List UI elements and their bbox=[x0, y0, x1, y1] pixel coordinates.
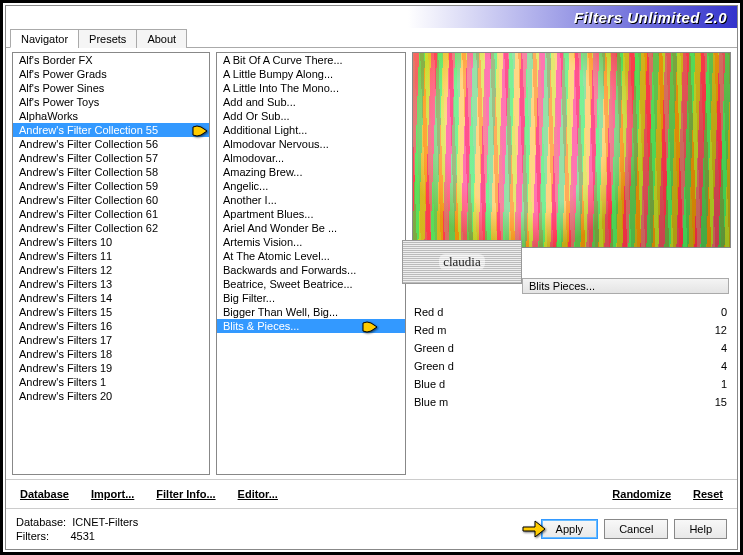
category-item[interactable]: Alf's Power Grads bbox=[13, 67, 209, 81]
category-item[interactable]: Andrew's Filter Collection 59 bbox=[13, 179, 209, 193]
editor-button[interactable]: Editor... bbox=[234, 486, 282, 502]
param-label: Green d bbox=[412, 360, 691, 372]
filter-item[interactable]: A Little Into The Mono... bbox=[217, 81, 405, 95]
filter-item[interactable]: Another I... bbox=[217, 193, 405, 207]
category-column: Alf's Border FXAlf's Power GradsAlf's Po… bbox=[12, 52, 210, 475]
filters-count-label: Filters: bbox=[16, 530, 49, 542]
param-label: Red d bbox=[412, 306, 691, 318]
watermark-badge: claudia bbox=[402, 240, 522, 284]
param-label: Blue d bbox=[412, 378, 691, 390]
filter-item[interactable]: At The Atomic Level... bbox=[217, 249, 405, 263]
category-item[interactable]: Alf's Power Sines bbox=[13, 81, 209, 95]
param-row[interactable]: Blue m15 bbox=[412, 392, 731, 410]
filter-item[interactable]: Beatrice, Sweet Beatrice... bbox=[217, 277, 405, 291]
category-item[interactable]: Andrew's Filter Collection 62 bbox=[13, 221, 209, 235]
filter-item[interactable]: Backwards and Forwards... bbox=[217, 263, 405, 277]
current-filter-label: Blits Pieces... bbox=[529, 280, 595, 292]
tab-row: NavigatorPresetsAbout bbox=[6, 28, 737, 48]
filter-item[interactable]: Almodovar... bbox=[217, 151, 405, 165]
category-item[interactable]: Andrew's Filters 12 bbox=[13, 263, 209, 277]
category-item[interactable]: Andrew's Filters 1 bbox=[13, 375, 209, 389]
param-row[interactable]: Green d4 bbox=[412, 356, 731, 374]
category-item[interactable]: Alf's Power Toys bbox=[13, 95, 209, 109]
filter-item[interactable]: Add and Sub... bbox=[217, 95, 405, 109]
randomize-button[interactable]: Randomize bbox=[608, 486, 675, 502]
filters-count-value: 4531 bbox=[70, 530, 94, 542]
tab-about[interactable]: About bbox=[136, 29, 187, 48]
title-bar: Filters Unlimited 2.0 bbox=[6, 6, 737, 28]
apply-button[interactable]: Apply bbox=[541, 519, 599, 539]
toolbar-row: Database Import... Filter Info... Editor… bbox=[6, 479, 737, 508]
footer-info: Database: ICNET-Filters Filters: 4531 bbox=[16, 515, 535, 543]
filter-item[interactable]: Add Or Sub... bbox=[217, 109, 405, 123]
tab-presets[interactable]: Presets bbox=[78, 29, 137, 48]
filter-item[interactable]: Bigger Than Well, Big... bbox=[217, 305, 405, 319]
tab-navigator[interactable]: Navigator bbox=[10, 29, 79, 48]
help-button[interactable]: Help bbox=[674, 519, 727, 539]
db-value: ICNET-Filters bbox=[72, 516, 138, 528]
category-item[interactable]: Andrew's Filter Collection 61 bbox=[13, 207, 209, 221]
filter-item[interactable]: Big Filter... bbox=[217, 291, 405, 305]
category-item[interactable]: Alf's Border FX bbox=[13, 53, 209, 67]
db-label: Database: bbox=[16, 516, 66, 528]
category-item[interactable]: Andrew's Filter Collection 57 bbox=[13, 151, 209, 165]
param-label: Green d bbox=[412, 342, 691, 354]
filter-item[interactable]: A Bit Of A Curve There... bbox=[217, 53, 405, 67]
app-window: Filters Unlimited 2.0 NavigatorPresetsAb… bbox=[5, 5, 738, 550]
category-item[interactable]: Andrew's Filters 17 bbox=[13, 333, 209, 347]
param-label: Blue m bbox=[412, 396, 691, 408]
import-button[interactable]: Import... bbox=[87, 486, 138, 502]
category-list[interactable]: Alf's Border FXAlf's Power GradsAlf's Po… bbox=[12, 52, 210, 475]
category-item[interactable]: Andrew's Filters 13 bbox=[13, 277, 209, 291]
param-value: 1 bbox=[691, 378, 731, 390]
category-item[interactable]: Andrew's Filter Collection 60 bbox=[13, 193, 209, 207]
param-row[interactable]: Blue d1 bbox=[412, 374, 731, 392]
filter-item[interactable]: Apartment Blues... bbox=[217, 207, 405, 221]
param-value: 4 bbox=[691, 342, 731, 354]
preview-column: claudia Blits Pieces... Red d0Red m12Gre… bbox=[412, 52, 731, 475]
filter-list[interactable]: A Bit Of A Curve There...A Little Bumpy … bbox=[216, 52, 406, 475]
param-row[interactable]: Green d4 bbox=[412, 338, 731, 356]
filter-info-button[interactable]: Filter Info... bbox=[152, 486, 219, 502]
filter-item[interactable]: Angelic... bbox=[217, 179, 405, 193]
category-item[interactable]: Andrew's Filter Collection 58 bbox=[13, 165, 209, 179]
filter-item[interactable]: A Little Bumpy Along... bbox=[217, 67, 405, 81]
category-item[interactable]: Andrew's Filters 20 bbox=[13, 389, 209, 403]
watermark-text: claudia bbox=[439, 254, 485, 270]
filter-item[interactable]: Almodovar Nervous... bbox=[217, 137, 405, 151]
filter-item[interactable]: Additional Light... bbox=[217, 123, 405, 137]
pointer-icon bbox=[359, 317, 385, 337]
category-item[interactable]: AlphaWorks bbox=[13, 109, 209, 123]
param-row[interactable]: Red m12 bbox=[412, 320, 731, 338]
category-item[interactable]: Andrew's Filter Collection 56 bbox=[13, 137, 209, 151]
parameter-list: Red d0Red m12Green d4Green d4Blue d1Blue… bbox=[412, 302, 731, 475]
category-item[interactable]: Andrew's Filters 18 bbox=[13, 347, 209, 361]
cancel-button[interactable]: Cancel bbox=[604, 519, 668, 539]
preview-box bbox=[412, 52, 731, 248]
category-item[interactable]: Andrew's Filters 15 bbox=[13, 305, 209, 319]
footer: Database: ICNET-Filters Filters: 4531 Ap… bbox=[6, 508, 737, 549]
category-item[interactable]: Andrew's Filters 16 bbox=[13, 319, 209, 333]
filter-column: A Bit Of A Curve There...A Little Bumpy … bbox=[216, 52, 406, 475]
param-value: 4 bbox=[691, 360, 731, 372]
category-item[interactable]: Andrew's Filters 14 bbox=[13, 291, 209, 305]
database-button[interactable]: Database bbox=[16, 486, 73, 502]
filter-item[interactable]: Ariel And Wonder Be ... bbox=[217, 221, 405, 235]
param-value: 0 bbox=[691, 306, 731, 318]
main-area: Alf's Border FXAlf's Power GradsAlf's Po… bbox=[6, 48, 737, 479]
param-value: 15 bbox=[691, 396, 731, 408]
preview-image bbox=[413, 53, 730, 247]
current-filter-display: Blits Pieces... bbox=[522, 278, 729, 294]
app-title: Filters Unlimited 2.0 bbox=[574, 9, 727, 26]
category-item[interactable]: Andrew's Filters 19 bbox=[13, 361, 209, 375]
param-label: Red m bbox=[412, 324, 691, 336]
filter-item[interactable]: Blits & Pieces... bbox=[217, 319, 405, 333]
category-item[interactable]: Andrew's Filters 10 bbox=[13, 235, 209, 249]
filter-item[interactable]: Amazing Brew... bbox=[217, 165, 405, 179]
category-item[interactable]: Andrew's Filter Collection 55 bbox=[13, 123, 209, 137]
param-row[interactable]: Red d0 bbox=[412, 302, 731, 320]
param-value: 12 bbox=[691, 324, 731, 336]
filter-item[interactable]: Artemis Vision... bbox=[217, 235, 405, 249]
reset-button[interactable]: Reset bbox=[689, 486, 727, 502]
category-item[interactable]: Andrew's Filters 11 bbox=[13, 249, 209, 263]
